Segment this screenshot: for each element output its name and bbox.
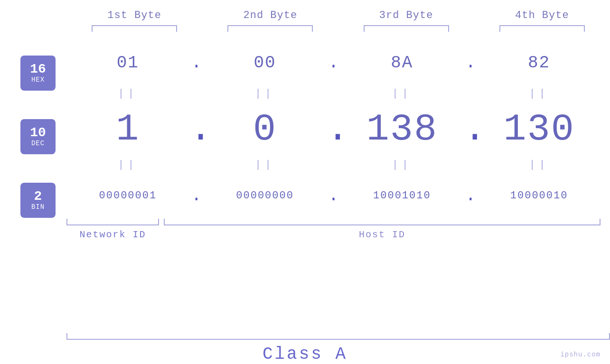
bracket-top-2 (227, 25, 313, 32)
bracket-top-4 (499, 25, 585, 32)
bin-byte-2: 00000000 (204, 190, 327, 202)
bracket-network (66, 219, 159, 225)
full-bottom-bracket (66, 333, 610, 340)
hex-byte-1: 01 (66, 53, 189, 73)
bin-dot-3: . (463, 186, 478, 205)
col-header-2: 2nd Byte (202, 9, 338, 21)
network-id-label: Network ID (66, 229, 159, 240)
badge-bin-num: 2 (34, 190, 42, 203)
badge-dec-num: 10 (30, 126, 46, 140)
badge-dec: 10 DEC (20, 119, 56, 154)
badge-hex-label: HEX (31, 76, 45, 84)
badge-hex: 16 HEX (20, 56, 56, 91)
bracket-top-1 (92, 25, 177, 32)
hex-row: 01 . 00 . 8A . 82 (66, 41, 601, 84)
bin-byte-3: 10001010 (341, 190, 464, 202)
eq-2b: || (255, 159, 275, 171)
col-header-4: 4th Byte (474, 9, 610, 21)
top-brackets (66, 25, 610, 32)
bin-dot-2: . (327, 186, 341, 205)
equals-row-1: || || || || (66, 84, 601, 103)
eq-4b: || (529, 159, 549, 171)
eq-cell-3b: || (341, 159, 464, 171)
hex-byte-4: 82 (478, 53, 601, 73)
dec-dot-2: . (327, 108, 341, 151)
eq-cell-3a: || (341, 88, 464, 100)
eq-cell-2b: || (204, 159, 327, 171)
rows-area: 16 HEX 10 DEC 2 BIN 01 . 00 . 8A . 82 (9, 41, 601, 328)
watermark: ipshu.com (560, 351, 601, 358)
badge-hex-num: 16 (30, 63, 46, 76)
hex-dot-3: . (463, 53, 478, 73)
bottom-brackets (66, 219, 601, 225)
badge-bin: 2 BIN (20, 183, 56, 218)
hex-dot-2: . (327, 53, 341, 73)
eq-4a: || (529, 88, 549, 100)
hex-dot-1: . (189, 53, 204, 73)
dec-dot-1: . (189, 108, 204, 151)
class-label: Class A (0, 345, 610, 364)
col-header-3: 3rd Byte (338, 9, 474, 21)
eq-cell-1a: || (66, 88, 189, 100)
eq-2a: || (255, 88, 275, 100)
host-id-label: Host ID (164, 229, 601, 240)
column-headers: 1st Byte 2nd Byte 3rd Byte 4th Byte (66, 9, 610, 21)
bracket-host (164, 219, 601, 225)
dec-dot-3: . (463, 108, 478, 151)
hex-byte-2: 00 (204, 53, 327, 73)
dec-byte-4: 130 (478, 108, 601, 151)
dec-byte-1: 1 (66, 108, 189, 151)
data-columns: 01 . 00 . 8A . 82 || || || || 1 . (66, 41, 601, 328)
bin-byte-4: 10000010 (478, 190, 601, 202)
bin-dot-1: . (189, 186, 204, 205)
badges-column: 16 HEX 10 DEC 2 BIN (9, 56, 66, 328)
dec-byte-2: 0 (204, 108, 327, 151)
badge-dec-label: DEC (31, 140, 45, 147)
bracket-cell-2 (202, 25, 338, 32)
eq-cell-2a: || (204, 88, 327, 100)
bin-row: 00000001 . 00000000 . 10001010 . 1000001… (66, 174, 601, 217)
eq-cell-4a: || (478, 88, 601, 100)
bracket-cell-4 (474, 25, 610, 32)
badge-bin-label: BIN (31, 203, 45, 211)
eq-1b: || (118, 159, 138, 171)
eq-cell-1b: || (66, 159, 189, 171)
eq-cell-4b: || (478, 159, 601, 171)
bracket-top-3 (364, 25, 449, 32)
bin-byte-1: 00000001 (66, 190, 189, 202)
col-header-1: 1st Byte (66, 9, 202, 21)
bottom-section: Network ID Host ID (66, 219, 601, 240)
main-container: 1st Byte 2nd Byte 3rd Byte 4th Byte 16 H… (0, 0, 610, 364)
bracket-cell-1 (66, 25, 202, 32)
eq-1a: || (118, 88, 138, 100)
dec-byte-3: 138 (341, 108, 464, 151)
dec-row: 1 . 0 . 138 . 130 (66, 103, 601, 155)
eq-3a: || (392, 88, 412, 100)
hex-byte-3: 8A (341, 53, 464, 73)
bracket-cell-3 (338, 25, 474, 32)
bottom-labels: Network ID Host ID (66, 229, 601, 240)
eq-3b: || (392, 159, 412, 171)
equals-row-2: || || || || (66, 155, 601, 174)
